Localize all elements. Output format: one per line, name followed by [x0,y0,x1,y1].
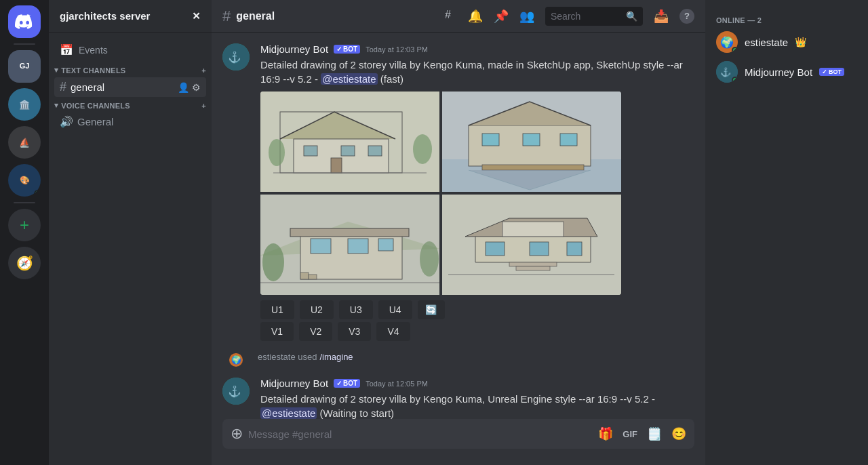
message-timestamp-2: Today at 12:05 PM [366,380,428,388]
search-icon: 🔍 [626,11,637,22]
v1-button[interactable]: V1 [260,322,294,341]
channel-item-general[interactable]: # general 👤 ⚙ [54,77,206,97]
svg-rect-23 [300,272,309,279]
svg-rect-7 [341,146,355,156]
channel-name: general [71,81,174,93]
add-server-button[interactable]: + [8,209,41,241]
pin-icon[interactable]: 📌 [494,9,509,24]
search-input[interactable] [551,11,622,22]
member-icon: 👤 [178,82,189,93]
v3-button[interactable]: V3 [338,322,371,341]
text-channels-header[interactable]: ▾ TEXT CHANNELS + [49,62,212,77]
member-name-midjourney: Midjourney Bot [745,66,812,78]
voice-channel-general[interactable]: 🔊 General [54,113,206,131]
member-sidebar: ONLINE — 2 🌍 estiestate 👑 ⚓ Midjourney B… [705,0,868,465]
explore-servers-button[interactable]: 🧭 [8,247,41,279]
message-input[interactable] [248,422,593,447]
estiestate-avatar-small[interactable]: 🌍 [229,353,243,367]
member-item-midjourney[interactable]: ⚓ Midjourney Bot ✓ BOT [711,57,863,87]
svg-rect-38 [509,262,557,266]
svg-rect-35 [486,242,505,256]
message-author-1: Midjourney Bot [260,43,328,55]
member-name-estiestate: estiestate [745,37,788,48]
bot-badge-member: ✓ BOT [819,68,844,76]
bot-check-icon-2: ✓ [336,380,342,387]
gif-button[interactable]: GIF [623,429,637,439]
svg-rect-34 [502,222,564,237]
help-icon[interactable]: ? [679,9,694,24]
header-icons: # 🔔 📌 👥 🔍 📥 ? [443,7,694,26]
online-indicator-estiestate [732,47,738,53]
members-icon[interactable]: 👥 [519,9,534,24]
message-input-box: ⊕ 🎁 GIF 🗒️ 😊 [222,419,694,449]
message-timestamp-1: Today at 12:03 PM [366,45,428,54]
mention-2[interactable]: @estiestate [260,407,317,419]
channel-list: 📅 Events ▾ TEXT CHANNELS + # general 👤 ⚙… [49,33,212,465]
server-3[interactable]: ⛵ [8,126,41,159]
server-2[interactable]: 🏛️ [8,88,41,121]
server-name: gjarchitects server [60,10,150,22]
svg-rect-18 [523,134,540,146]
message-group-2: 🌍 estiestate used /imagine [222,352,694,367]
command-line: estiestate used /imagine [258,352,694,362]
svg-rect-25 [311,239,331,254]
inbox-icon[interactable]: 📥 [654,9,669,24]
u3-button[interactable]: U3 [339,300,373,319]
discord-home-icon[interactable] [8,5,41,38]
server-header[interactable]: gjarchitects server ✕ [49,0,212,33]
svg-point-30 [420,241,439,277]
member-item-estiestate[interactable]: 🌍 estiestate 👑 [711,27,863,57]
server-4[interactable]: 🎨 🔊 [8,164,41,197]
channel-header: # general # 🔔 📌 👥 🔍 📥 ? [212,0,705,33]
events-label: Events [79,45,108,56]
message-text-2: Detailed drawing of 2 storey villa by Ke… [260,392,694,419]
hashtag-header-icon[interactable]: # [443,7,457,24]
events-item[interactable]: 📅 Events [49,38,212,62]
search-box[interactable]: 🔍 [545,7,643,26]
svg-rect-26 [348,239,368,254]
emoji-icon[interactable]: 😊 [671,426,686,441]
v2-button[interactable]: V2 [299,322,332,341]
add-attachment-button[interactable]: ⊕ [231,425,243,443]
voice-channel-name: General [77,116,201,127]
action-buttons-1: U1 U2 U3 U4 🔄 [260,300,694,319]
u2-button[interactable]: U2 [300,300,334,319]
message-input-area: ⊕ 🎁 GIF 🗒️ 😊 [212,419,705,465]
message-content-2: Midjourney Bot ✓ BOT Today at 12:05 PM D… [260,378,694,419]
mention-1[interactable]: @estiestate [321,73,377,85]
svg-text:⚓: ⚓ [720,66,732,78]
input-icons: 🎁 GIF 🗒️ 😊 [598,426,686,441]
voice-channels-header[interactable]: ▾ VOICE CHANNELS + [49,97,212,113]
voice-channels-label: VOICE CHANNELS [61,102,130,110]
message-group-3: ⚓ Midjourney Bot ✓ BOT Today at 12:05 PM… [222,378,694,419]
bot-badge-2: ✓ BOT [334,379,360,388]
refresh-button[interactable]: 🔄 [418,300,445,319]
gift-icon[interactable]: 🎁 [598,426,613,441]
image-cell-2 [442,92,621,192]
add-voice-channel-icon[interactable]: + [201,102,206,110]
server-divider [14,43,35,45]
voice-channels-chevron: ▾ [54,101,58,110]
v4-button[interactable]: V4 [376,322,410,341]
svg-rect-9 [331,158,342,173]
message-text-1: Detailed drawing of 2 storey villa by Ke… [260,58,694,86]
volume-icon: 🔊 [60,115,73,128]
u4-button[interactable]: U4 [378,300,412,319]
main-content: # general # 🔔 📌 👥 🔍 📥 ? ⚓ [212,0,705,465]
image-cell-1 [260,92,439,192]
image-cell-4 [442,195,621,295]
midjourney-bot-avatar-1[interactable]: ⚓ [222,43,250,70]
image-grid-1 [260,92,621,295]
slash-command[interactable]: /imagine [319,352,353,362]
midjourney-bot-avatar-2[interactable]: ⚓ [222,378,250,405]
image-cell-3 [260,195,439,295]
channel-header-hash: # [222,7,231,25]
online-header: ONLINE — 2 [711,11,863,27]
sticker-icon[interactable]: 🗒️ [647,426,662,441]
settings-icon: ⚙ [192,82,201,93]
action-buttons-2: V1 V2 V3 V4 [260,322,694,341]
bell-icon[interactable]: 🔔 [468,9,483,24]
u1-button[interactable]: U1 [260,300,294,319]
add-channel-icon[interactable]: + [201,66,206,75]
server-gjarchitects[interactable]: GJ [8,50,41,83]
